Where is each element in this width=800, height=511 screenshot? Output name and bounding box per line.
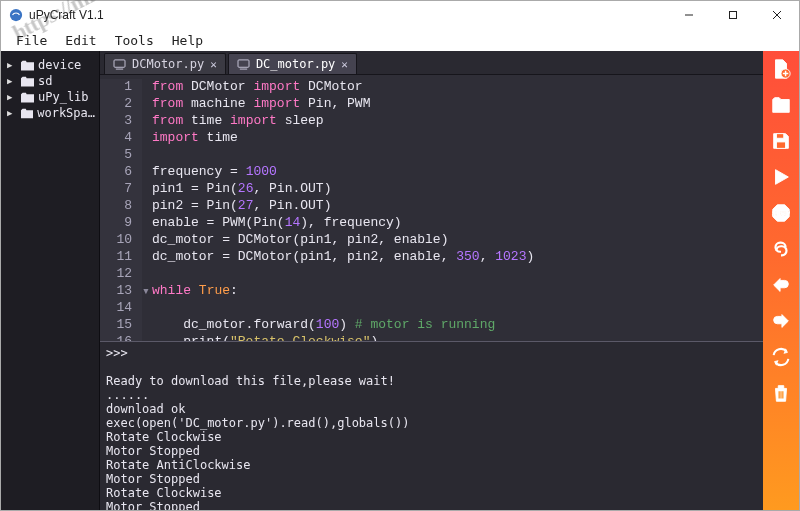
file-tree[interactable]: ▶device ▶sd ▶uPy_lib ▶workSpa… — [1, 51, 99, 510]
folder-icon — [21, 92, 34, 103]
close-tab-icon[interactable]: ✕ — [210, 58, 217, 71]
tree-item-device[interactable]: ▶device — [1, 57, 99, 73]
svg-rect-5 — [114, 59, 125, 66]
menu-help[interactable]: Help — [163, 31, 212, 50]
maximize-button[interactable] — [711, 1, 755, 29]
clear-button[interactable] — [769, 381, 793, 405]
undo-button[interactable] — [769, 273, 793, 297]
tree-item-workspace[interactable]: ▶workSpa… — [1, 105, 99, 121]
app-window: uPyCraft V1.1 File Edit Tools Help ▶devi… — [0, 0, 800, 511]
device-icon — [113, 59, 126, 70]
svg-text:STOP: STOP — [772, 210, 790, 217]
titlebar: uPyCraft V1.1 — [1, 1, 799, 29]
redo-button[interactable] — [769, 309, 793, 333]
close-tab-icon[interactable]: ✕ — [341, 58, 348, 71]
connect-button[interactable] — [769, 237, 793, 261]
window-title: uPyCraft V1.1 — [29, 8, 667, 22]
new-file-button[interactable] — [769, 57, 793, 81]
svg-point-0 — [10, 9, 22, 21]
run-button[interactable] — [769, 165, 793, 189]
tree-item-upylib[interactable]: ▶uPy_lib — [1, 89, 99, 105]
folder-icon — [21, 108, 34, 119]
code-editor[interactable]: 1 from DCMotor import DCMotor 2 from mac… — [100, 75, 763, 341]
menu-file[interactable]: File — [7, 31, 56, 50]
menu-edit[interactable]: Edit — [56, 31, 105, 50]
folder-icon — [21, 76, 34, 87]
tab-dcmotor[interactable]: DCMotor.py ✕ — [104, 53, 226, 74]
svg-rect-7 — [238, 59, 249, 66]
menu-tools[interactable]: Tools — [106, 31, 163, 50]
open-file-button[interactable] — [769, 93, 793, 117]
svg-rect-10 — [776, 134, 783, 139]
close-button[interactable] — [755, 1, 799, 29]
svg-rect-11 — [776, 142, 785, 148]
console-output[interactable]: >>> Ready to download this file,please w… — [100, 341, 763, 510]
folder-icon — [21, 60, 34, 71]
side-toolbar: STOP — [763, 51, 799, 510]
tab-dc-motor[interactable]: DC_motor.py ✕ — [228, 53, 357, 74]
tree-item-sd[interactable]: ▶sd — [1, 73, 99, 89]
tab-bar: DCMotor.py ✕ DC_motor.py ✕ — [100, 51, 763, 75]
app-icon — [9, 8, 23, 22]
sync-button[interactable] — [769, 345, 793, 369]
stop-button[interactable]: STOP — [769, 201, 793, 225]
menubar: File Edit Tools Help — [1, 29, 799, 51]
minimize-button[interactable] — [667, 1, 711, 29]
device-icon — [237, 59, 250, 70]
save-button[interactable] — [769, 129, 793, 153]
svg-rect-2 — [730, 12, 737, 19]
